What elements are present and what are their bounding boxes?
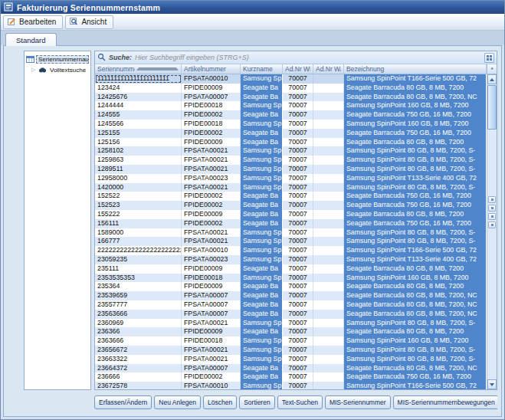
table-row[interactable]: 23656672FPSATA00021Samsung Sp70007Samsun…	[95, 346, 487, 355]
text-suchen-button[interactable]: Text-Suchen	[277, 395, 323, 409]
column-header-adnr-we[interactable]: Ad.Nr WE	[283, 64, 313, 74]
column-header-seriennummer[interactable]: Seriennummer	[95, 64, 182, 74]
cell-seriennummer: 1589000	[95, 228, 182, 238]
table-row[interactable]: 235111FPIDE00009Seagate Ba70007Seagate B…	[95, 264, 487, 274]
table-row[interactable]: 23539659FPSATA00007Seagate Ba70007Seagat…	[95, 291, 487, 300]
scrollbar-thumb[interactable]	[487, 85, 497, 130]
scroll-marker-button[interactable]	[488, 213, 496, 220]
cell-adnr-wa	[313, 146, 344, 156]
cell-seriennummer: 23563666	[95, 310, 182, 319]
sortieren-button[interactable]: Sortieren	[239, 395, 275, 409]
tree-item-seriennummernauswahl[interactable]: Seriennummernauswahl	[25, 54, 90, 64]
column-header-adnr-wa[interactable]: Ad.Nr WA	[313, 64, 344, 74]
table-row[interactable]: 125155FPIDE00002Seagate Ba70007Seagate B…	[95, 129, 487, 138]
scroll-marker-button[interactable]	[488, 196, 496, 203]
cell-kurzname: Samsung Sp	[241, 237, 283, 246]
table-row[interactable]: 156111FPIDE00002Seagate Ba70007Seagate B…	[95, 219, 487, 228]
cell-seriennummer: 23059235	[95, 255, 182, 264]
vertical-scrollbar[interactable]	[487, 74, 497, 389]
bearbeiten-button[interactable]: Bearbeiten	[3, 15, 63, 29]
mis-seriennummernbewegungen-button[interactable]: MIS-Seriennummernbewegungen	[393, 395, 497, 409]
table-row[interactable]: 23672578FPSATA00010Samsung Sp70007Samsun…	[95, 382, 487, 389]
loeschen-button[interactable]: Löschen	[203, 395, 237, 409]
cell-adnr-wa	[313, 84, 344, 93]
table-row[interactable]: 12425676FPSATA00007Seagate Ba70007Seagat…	[95, 93, 487, 102]
table-row[interactable]: 12958000FPSATA00023Samsung Sp70007Samsun…	[95, 174, 487, 183]
scroll-down-button[interactable]	[487, 379, 497, 389]
cell-adnr-we: 70007	[283, 129, 313, 138]
table-row[interactable]: 23664372FPSATA00007Seagate Ba70007Seagat…	[95, 364, 487, 373]
tree-item-volltextsuche[interactable]: ▷ Volltextsuche	[25, 64, 90, 75]
table-row[interactable]: 236666FPIDE00002Seagate Ba70007Seagate B…	[95, 372, 487, 382]
table-row[interactable]: 22222222222222222222222FPSATA00010Samsun…	[95, 246, 487, 255]
cell-adnr-we: 70007	[283, 74, 313, 84]
cell-artikelnummer: FPSATA00007	[182, 300, 241, 310]
expand-arrow-icon[interactable]: ▷	[31, 67, 37, 73]
footer-button-bar: Erfassen/ÄndernNeu AnlegenLöschenSortier…	[94, 395, 497, 410]
column-header-kurzname[interactable]: Kurzname	[241, 64, 283, 74]
tab-standard[interactable]: Standard	[5, 33, 57, 46]
cell-artikelnummer: FPIDE00009	[182, 264, 241, 274]
cell-adnr-we: 70007	[283, 372, 313, 382]
cell-seriennummer: 235111	[95, 264, 182, 274]
table-row[interactable]: 235364FPIDE00009Seagate Ba70007Seagate B…	[95, 282, 487, 291]
ansicht-button[interactable]: Ansicht	[65, 15, 113, 29]
grid-panel: Suche: Hier Suchbegriff eingeben (STRG+S…	[94, 51, 497, 390]
tree-panel: Seriennummernauswahl ▷ Volltextsuche	[24, 51, 91, 390]
table-row[interactable]: 166777FPSATA00021Samsung Sp70007Samsung …	[95, 237, 487, 246]
table-row[interactable]: 1259863FPSATA00021Samsung Sp70007Samsung…	[95, 156, 487, 165]
table-row[interactable]: 2353535353FPIDE00018Samsung Sp70007Samsu…	[95, 274, 487, 283]
scrollbar-track[interactable]	[487, 84, 497, 379]
table-row[interactable]: 1244444FPIDE00018Samsung Sp70007Samsung …	[95, 101, 487, 110]
table-row[interactable]: 23557777FPSATA00007Seagate Ba70007Seagat…	[95, 300, 487, 310]
cell-bezeichnung: Seagate Barracuda 80 GB, 8 MB, 7200	[344, 264, 487, 274]
cell-kurzname: Samsung Sp	[241, 101, 283, 110]
table-row[interactable]: 23059235FPSATA00023Samsung Sp70007Samsun…	[95, 255, 487, 264]
cell-seriennummer: 2353535353	[95, 274, 182, 283]
cell-adnr-we: 70007	[283, 319, 313, 328]
table-row[interactable]: 1589000FPSATA00021Samsung Sp70007Samsung…	[95, 228, 487, 238]
table-row[interactable]: 1289511FPSATA00021Samsung Sp70007Samsung…	[95, 165, 487, 174]
cell-adnr-we: 70007	[283, 237, 313, 246]
search-input[interactable]: Suche: Hier Suchbegriff eingeben (STRG+S…	[95, 51, 497, 64]
cell-adnr-we: 70007	[283, 228, 313, 238]
table-row[interactable]: 1258102FPSATA00021Samsung Sp70007Samsung…	[95, 146, 487, 156]
search-options-button[interactable]	[484, 53, 494, 63]
search-icon	[97, 51, 106, 64]
tree-item-label: Volltextsuche	[48, 67, 87, 74]
titlebar[interactable]: Fakturierung Seriennummernstamm	[1, 1, 504, 14]
scroll-marker-button[interactable]	[488, 205, 496, 212]
column-header-label: Ad.Nr WE	[285, 65, 310, 73]
cell-adnr-we: 70007	[283, 146, 313, 156]
table-row[interactable]: 2360969FPSATA00021Samsung Sp70007Samsung…	[95, 319, 487, 328]
table-row[interactable]: 155222FPIDE00009Seagate Ba70007Seagate B…	[95, 210, 487, 219]
neu-anlegen-button[interactable]: Neu Anlegen	[154, 395, 201, 409]
app-icon	[4, 1, 13, 15]
table-row[interactable]: 23563666FPSATA00007Seagate Ba70007Seagat…	[95, 310, 487, 319]
cell-adnr-wa	[313, 346, 344, 355]
cell-kurzname: Samsung Sp	[241, 165, 283, 174]
table-row[interactable]: 1420000FPSATA00021Samsung Sp70007Samsung…	[95, 183, 487, 192]
column-header-artikelnummer[interactable]: Artikelnummer	[182, 64, 241, 74]
table-row[interactable]: 2363666FPIDE00018Samsung Sp70007Samsung …	[95, 336, 487, 346]
scroll-up-button[interactable]	[487, 74, 497, 84]
column-header-bezeichnung[interactable]: Bezeichnung	[344, 64, 487, 74]
table-row[interactable]: 1245566FPIDE00018Samsung Sp70007Samsung …	[95, 120, 487, 129]
cell-adnr-wa	[313, 110, 344, 120]
scroll-marker-button[interactable]	[488, 221, 496, 228]
table-row[interactable]: 23663322FPSATA00021Samsung Sp70007Samsun…	[95, 355, 487, 364]
table-row[interactable]: 124555FPIDE00002Seagate Ba70007Seagate B…	[95, 110, 487, 120]
cell-adnr-we: 70007	[283, 346, 313, 355]
mis-seriennummer-button[interactable]: MIS-Seriennummer	[325, 395, 391, 409]
cell-adnr-wa	[313, 382, 344, 389]
cell-seriennummer: 123424	[95, 84, 182, 93]
table-row[interactable]: 236366FPIDE00009Seagate Ba70007Seagate B…	[95, 327, 487, 336]
column-chooser-button[interactable]: *	[487, 64, 497, 74]
table-row[interactable]: 125156FPIDE00009Seagate Ba70007Seagate B…	[95, 138, 487, 147]
erfassen-aendern-button[interactable]: Erfassen/Ändern	[94, 395, 152, 409]
table-row[interactable]: 123424FPIDE00009Seagate Ba70007Seagate B…	[95, 84, 487, 93]
table-row[interactable]: 152522FPIDE00002Seagate Ba70007Seagate B…	[95, 192, 487, 201]
table-row[interactable]: 152523FPIDE00002Seagate Ba70007Seagate B…	[95, 201, 487, 210]
table-row[interactable]: 1111111111111111111111FPSATA00010Samsung…	[95, 74, 487, 84]
cell-adnr-wa	[313, 93, 344, 102]
